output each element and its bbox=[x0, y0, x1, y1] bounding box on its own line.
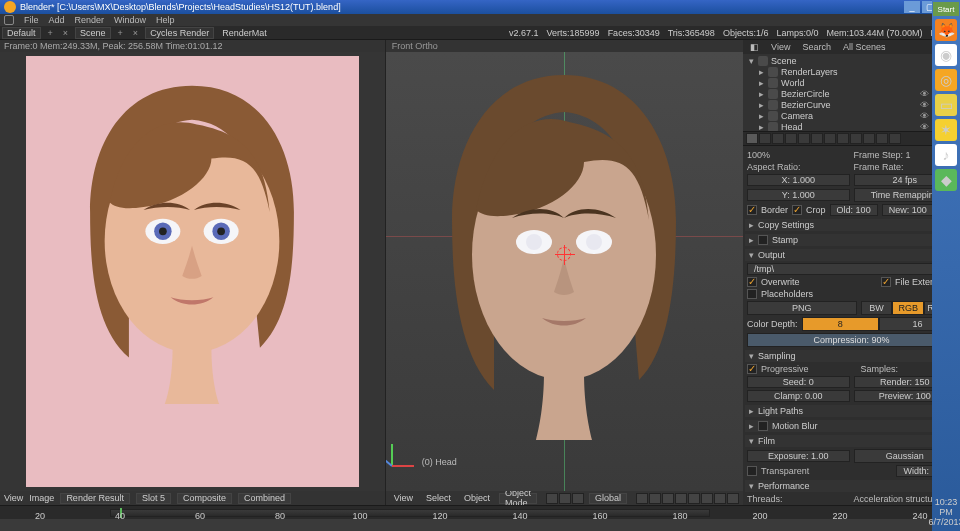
system-button[interactable] bbox=[4, 15, 14, 25]
progressive-checkbox[interactable] bbox=[747, 364, 757, 374]
slot-dropdown[interactable]: Slot 5 bbox=[136, 493, 171, 504]
layer-btn[interactable] bbox=[636, 493, 648, 504]
panel-performance: ▾Performance bbox=[745, 480, 958, 492]
clamp-field[interactable]: Clamp: 0.00 bbox=[747, 390, 849, 402]
layer-btn[interactable] bbox=[675, 493, 687, 504]
tab-data-icon[interactable] bbox=[837, 133, 849, 144]
panel-motion-blur: ▸Motion Blur bbox=[745, 420, 958, 432]
outliner-row[interactable]: ▸Head👁▸📷 bbox=[747, 122, 956, 132]
blender-tray-icon[interactable]: ◎ bbox=[935, 69, 957, 91]
scene-selector[interactable]: Scene bbox=[75, 27, 111, 39]
add-layout-icon[interactable]: + bbox=[45, 28, 56, 38]
transparent-checkbox[interactable] bbox=[747, 466, 757, 476]
pivot-icon[interactable] bbox=[559, 493, 571, 504]
mode-dropdown[interactable]: Object Mode bbox=[499, 493, 537, 504]
minimize-button[interactable]: _ bbox=[904, 1, 920, 13]
exposure-field[interactable]: Exposure: 1.00 bbox=[747, 450, 849, 462]
tab-constraints-icon[interactable] bbox=[811, 133, 823, 144]
layer-btn[interactable] bbox=[649, 493, 661, 504]
chrome-icon[interactable]: ◉ bbox=[935, 44, 957, 66]
tab-layers-icon[interactable] bbox=[759, 133, 771, 144]
output-path-field[interactable]: /tmp\ bbox=[747, 263, 956, 275]
layer-btn[interactable] bbox=[701, 493, 713, 504]
timeline[interactable]: 20406080100120140160180200220240 bbox=[0, 505, 960, 519]
tab-physics-icon[interactable] bbox=[889, 133, 901, 144]
tab-particles-icon[interactable] bbox=[876, 133, 888, 144]
vfoot-object[interactable]: Object bbox=[460, 493, 494, 503]
tab-render-icon[interactable] bbox=[746, 133, 758, 144]
colormode-rgb[interactable]: RGB bbox=[892, 301, 924, 315]
crop-checkbox[interactable] bbox=[792, 205, 802, 215]
tab-modifiers-icon[interactable] bbox=[824, 133, 836, 144]
tab-object-icon[interactable] bbox=[798, 133, 810, 144]
outliner-row[interactable]: ▸BezierCircle👁▸📷 bbox=[747, 89, 956, 100]
outliner-row[interactable]: ▸Camera👁▸📷 bbox=[747, 111, 956, 122]
outliner-row[interactable]: ▾Scene bbox=[747, 56, 956, 67]
new-frames-field[interactable]: New: 100 bbox=[882, 204, 934, 216]
compression-slider[interactable]: Compression: 90% bbox=[747, 333, 956, 347]
fileext-checkbox[interactable] bbox=[881, 277, 891, 287]
aim-icon[interactable]: ✶ bbox=[935, 119, 957, 141]
manipulator-icon[interactable] bbox=[572, 493, 584, 504]
layer-btn[interactable] bbox=[688, 493, 700, 504]
outliner-row[interactable]: ▸RenderLayers bbox=[747, 67, 956, 78]
firefox-icon[interactable]: 🦊 bbox=[935, 19, 957, 41]
vfoot-select[interactable]: Select bbox=[422, 493, 455, 503]
shading-icon[interactable] bbox=[546, 493, 558, 504]
layout-selector[interactable]: Default bbox=[2, 27, 41, 39]
tab-scene-icon[interactable] bbox=[772, 133, 784, 144]
panel-film: ▾Film bbox=[745, 435, 958, 447]
tab-world-icon[interactable] bbox=[785, 133, 797, 144]
app-icon[interactable]: ◆ bbox=[935, 169, 957, 191]
imgfoot-image[interactable]: Image bbox=[29, 493, 54, 503]
system-clock[interactable]: 10:23 PM 6/7/2013 bbox=[928, 495, 960, 531]
clock-time: 10:23 PM bbox=[928, 497, 960, 517]
tab-material-icon[interactable] bbox=[850, 133, 862, 144]
orientation-dropdown[interactable]: Global bbox=[589, 493, 627, 504]
colormode-bw[interactable]: BW bbox=[861, 301, 893, 315]
start-button[interactable]: Start bbox=[933, 2, 959, 16]
outliner-filter[interactable]: All Scenes bbox=[840, 42, 889, 52]
seed-field[interactable]: Seed: 0 bbox=[747, 376, 849, 388]
outliner-row[interactable]: ▸BezierCurve👁▸📷 bbox=[747, 100, 956, 111]
res-percent-label: 100% bbox=[747, 150, 849, 160]
outliner-row[interactable]: ▸World bbox=[747, 78, 956, 89]
outliner-search[interactable]: Search bbox=[799, 42, 834, 52]
outliner-view[interactable]: View bbox=[768, 42, 793, 52]
composite-dropdown[interactable]: Composite bbox=[177, 493, 232, 504]
format-dropdown[interactable]: PNG bbox=[747, 301, 856, 315]
delete-scene-icon[interactable]: × bbox=[130, 28, 141, 38]
border-checkbox[interactable] bbox=[747, 205, 757, 215]
menu-render[interactable]: Render bbox=[75, 15, 105, 25]
cursor-3d-icon[interactable] bbox=[557, 247, 571, 261]
layer-btn[interactable] bbox=[727, 493, 739, 504]
viewport-canvas[interactable]: (0) Head bbox=[386, 52, 743, 491]
menu-window[interactable]: Window bbox=[114, 15, 146, 25]
placeholders-checkbox[interactable] bbox=[747, 289, 757, 299]
layer-icons bbox=[636, 493, 739, 504]
depth-8[interactable]: 8 bbox=[802, 317, 879, 331]
combined-dropdown[interactable]: Combined bbox=[238, 493, 291, 504]
render-result-dropdown[interactable]: Render Result bbox=[60, 493, 130, 504]
vfoot-view[interactable]: View bbox=[390, 493, 417, 503]
layer-btn[interactable] bbox=[662, 493, 674, 504]
properties-tabs bbox=[743, 132, 960, 146]
properties-scroll[interactable]: 100% Frame Step: 1 Aspect Ratio: Frame R… bbox=[743, 146, 960, 505]
old-frames-field[interactable]: Old: 100 bbox=[830, 204, 878, 216]
imgfoot-view[interactable]: View bbox=[4, 493, 23, 503]
aspect-y-field[interactable]: Y: 1.000 bbox=[747, 189, 849, 201]
itunes-icon[interactable]: ♪ bbox=[935, 144, 957, 166]
engine-selector[interactable]: Cycles Render bbox=[145, 27, 214, 39]
explorer-icon[interactable]: ▭ bbox=[935, 94, 957, 116]
overwrite-checkbox[interactable] bbox=[747, 277, 757, 287]
add-scene-icon[interactable]: + bbox=[115, 28, 126, 38]
delete-layout-icon[interactable]: × bbox=[60, 28, 71, 38]
aspect-x-field[interactable]: X: 1.000 bbox=[747, 174, 849, 186]
layer-btn[interactable] bbox=[714, 493, 726, 504]
menu-help[interactable]: Help bbox=[156, 15, 175, 25]
tab-texture-icon[interactable] bbox=[863, 133, 875, 144]
panel-copy-settings: ▸Copy Settings bbox=[745, 219, 958, 231]
menu-file[interactable]: File bbox=[24, 15, 39, 25]
menu-add[interactable]: Add bbox=[49, 15, 65, 25]
svg-point-4 bbox=[159, 227, 167, 235]
